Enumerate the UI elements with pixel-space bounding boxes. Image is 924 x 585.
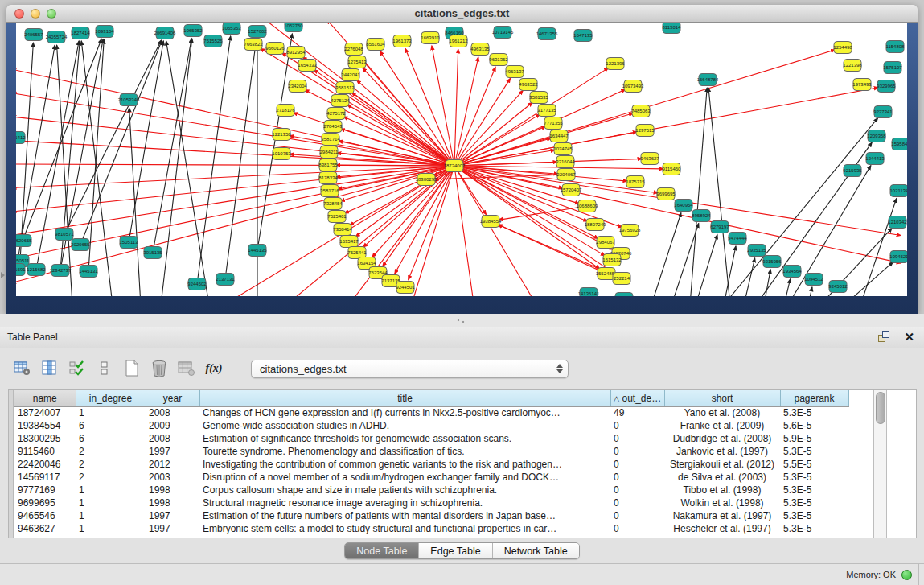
cell-year[interactable]: 1997 [146,445,199,458]
graph-node[interactable]: 1595842 [891,138,907,150]
delete-trash-icon[interactable] [148,357,170,380]
cell-short[interactable]: Nakamura et al. (1997) [664,509,780,522]
graph-node[interactable]: 1973493 [852,79,872,91]
graph-node[interactable]: 7515526 [203,35,223,47]
cell-name[interactable]: 9115460 [14,445,76,458]
graph-node[interactable]: 1527602 [248,26,267,38]
cell-name[interactable]: 9777169 [14,484,76,496]
graph-node[interactable]: 4963522 [519,79,538,91]
graph-node[interactable]: 1875715 [626,176,645,188]
graph-node[interactable]: 2137131 [216,274,235,286]
cell-pagerank[interactable]: 5.5E-5 [780,458,848,471]
graph-node[interactable]: 10719145 [492,27,514,39]
table-column-icon[interactable] [39,357,61,380]
graph-node[interactable]: 7328454 [323,198,343,210]
cell-short[interactable]: Wolkin et al. (1998) [664,496,780,509]
cell-short[interactable]: Hescheler et al. (1997) [664,522,780,535]
graph-node[interactable]: 2204067 [556,169,576,181]
graph-node[interactable]: 18724007 [444,160,466,172]
cell-out_de[interactable]: 0 [610,484,664,496]
graph-node[interactable]: 1010753 [272,148,291,160]
graph-node[interactable]: 4963137 [505,66,524,78]
graph-node[interactable]: 1654333 [298,60,317,72]
graph-node[interactable]: 8381755 [318,159,338,171]
cell-pagerank[interactable]: 5.6E-5 [780,419,848,432]
table-settings-icon[interactable] [11,357,34,380]
cell-name[interactable]: 9465546 [14,509,76,522]
network-window-titlebar[interactable]: citations_edges.txt [6,5,918,23]
cell-title[interactable]: Estimation of the future numbers of pati… [199,509,610,522]
graph-node[interactable]: 7391591 [16,264,26,276]
table-row[interactable]: 969969511998Structural magnetic resonanc… [14,496,848,509]
graph-node[interactable]: 1065353 [222,23,241,35]
graph-node[interactable]: 20691406 [154,27,176,39]
cell-title[interactable]: Corpus callosum shape and size in male p… [199,484,610,496]
graph-node[interactable]: 1209358 [867,130,886,142]
graph-node[interactable]: 8178334 [318,172,338,184]
graph-node[interactable]: 14671355 [536,28,558,40]
cell-in_degree[interactable]: 2 [76,445,146,458]
graph-node[interactable]: 4963135 [470,43,490,56]
graph-node[interactable]: 9474444 [728,233,747,245]
cell-year[interactable]: 2008 [146,432,199,445]
table-row[interactable]: 1872400712008Changes of HCN gene express… [14,406,848,419]
table-row[interactable]: 2242004622012Investigating the contribut… [14,458,848,471]
cell-title[interactable]: Disruption of a novel member of a sodium… [199,471,610,484]
vertical-scrollbar[interactable] [873,390,887,538]
graph-node[interactable]: 1634447 [549,130,569,142]
graph-node[interactable]: 9215956 [762,256,782,268]
graph-node[interactable]: 7771355 [544,117,563,130]
cell-year[interactable]: 1997 [146,522,199,535]
graph-node[interactable]: 3216044 [556,156,575,168]
graph-node[interactable]: 9660126 [265,43,285,55]
cell-out_de[interactable]: 0 [610,432,664,445]
graph-node[interactable]: 1093104 [95,26,114,38]
cell-out_de[interactable]: 0 [610,445,664,458]
cell-in_degree[interactable]: 6 [76,432,146,445]
graph-node[interactable]: 1733426 [614,293,634,297]
tab-edge-table[interactable]: Edge Table [418,543,491,558]
column-header-pagerank[interactable]: pagerank [780,390,848,406]
graph-node[interactable]: 14136141 [578,288,600,297]
graph-node[interactable]: 8113014 [663,23,682,34]
graph-node[interactable]: 18807249 [585,219,606,231]
cell-title[interactable]: Investigating the contribution of common… [199,458,610,471]
graph-node[interactable]: 9115460 [663,163,682,175]
graph-node[interactable]: 2935135 [747,245,766,257]
cell-short[interactable]: Yano et al. (2008) [664,406,780,419]
graph-node[interactable]: 2718176 [276,105,295,117]
cell-name[interactable]: 9463627 [14,522,76,535]
graph-node[interactable]: 1934564 [782,266,802,278]
graph-node[interactable]: 18300295 [416,174,437,186]
cell-name[interactable]: 18300295 [14,432,76,445]
column-header-title[interactable]: title [199,390,610,406]
graph-node[interactable]: 3581512 [335,82,355,94]
graph-node[interactable]: 1021134 [890,185,907,197]
graph-node[interactable]: 21053346 [118,94,140,106]
column-header-name[interactable]: name [14,390,76,406]
graph-node[interactable]: 1074745 [553,143,573,155]
graph-node[interactable]: 1221358 [272,129,291,141]
cell-short[interactable]: de Silva et al. (2003) [664,471,780,484]
graph-node[interactable]: 9810571 [55,229,74,241]
graph-node[interactable]: 1445135 [248,245,267,257]
graph-node[interactable]: 1615132 [602,254,622,266]
cell-name[interactable]: 18724007 [14,406,76,419]
cell-pagerank[interactable]: 5.3E-5 [780,522,848,535]
cell-pagerank[interactable]: 5.3E-5 [780,496,848,509]
graph-node[interactable]: 1445131 [79,266,98,278]
cell-title[interactable]: Embryonic stem cells: a model to study s… [199,522,610,535]
cell-pagerank[interactable]: 5.3E-5 [780,484,848,496]
cell-out_de[interactable]: 0 [610,458,664,471]
split-divider[interactable] [0,314,924,327]
table-selector-dropdown[interactable]: citations_edges.txt [251,360,569,378]
table-row[interactable]: 946362711997Embryonic stem cells: a mode… [14,522,848,535]
cell-in_degree[interactable]: 2 [76,471,146,484]
cell-year[interactable]: 1998 [146,484,199,496]
graph-node[interactable]: 1640954 [674,200,693,212]
graph-node[interactable]: 2406557 [24,29,43,41]
graph-node[interactable]: 1094512 [804,274,823,286]
cell-title[interactable]: Changes of HCN gene expression and I(f) … [199,406,610,419]
cell-pagerank[interactable]: 5.3E-5 [780,509,848,522]
graph-node[interactable]: 3581535 [529,92,548,104]
